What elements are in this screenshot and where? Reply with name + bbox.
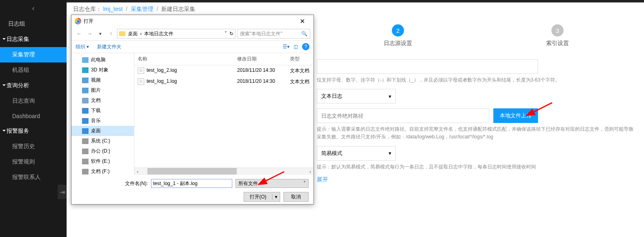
- tree-item[interactable]: 文档 (F:): [71, 166, 134, 175]
- sidebar-item-loggroup[interactable]: 日志组: [0, 16, 67, 32]
- sidebar-item-alert-history[interactable]: 报警历史: [0, 139, 67, 154]
- dialog-toolbar: 组织 ▾ 新建文件夹 ☰▾ ◫ ?: [71, 40, 313, 53]
- address-dropdown-icon[interactable]: ˅: [225, 31, 227, 37]
- tree-item[interactable]: 图片: [71, 85, 134, 95]
- file-row[interactable]: test_log_2.log2018/11/20 14:30文本文档: [134, 65, 313, 76]
- caret-down-icon: ˅: [303, 181, 306, 186]
- tree-item-label: 视频: [91, 77, 101, 84]
- topbar: [67, 0, 644, 2]
- sidebar-item-collect-manage[interactable]: 采集管理: [0, 47, 67, 62]
- caret-down-icon: ▾: [389, 150, 391, 156]
- file-icon: [138, 67, 144, 74]
- breadcrumb-mid-link[interactable]: 采集管理: [131, 6, 153, 12]
- sidebar-item-alert-contact[interactable]: 报警联系人: [0, 170, 67, 185]
- file-list: 名称 修改日期 类型 test_log_2.log2018/11/20 14:3…: [134, 53, 313, 175]
- dialog-navbar: ← → ▾ ↑ 桌面 › 本地日志文件 ˅ ↻ 搜索"本地日志文件" 🔍: [71, 27, 313, 40]
- tree-item[interactable]: 系统 (C:): [71, 136, 134, 146]
- sidebar-expand-handle[interactable]: ⇥: [58, 185, 67, 199]
- file-name: test_log_1.log: [147, 78, 177, 84]
- preview-pane-button[interactable]: ◫: [294, 44, 298, 50]
- help-icon[interactable]: ?: [302, 43, 309, 50]
- scroll-left-icon[interactable]: ‹: [134, 168, 141, 175]
- tree-item[interactable]: 下载: [71, 106, 134, 116]
- refresh-button[interactable]: ↻: [229, 31, 233, 37]
- file-date: 2018/11/20 14:30: [234, 78, 287, 86]
- dialog-close-button[interactable]: ✕: [294, 17, 310, 25]
- folder-icon: [82, 98, 89, 103]
- tree-item[interactable]: 软件 (E:): [71, 156, 134, 166]
- log-path-input[interactable]: [317, 108, 489, 123]
- folder-icon: [82, 169, 89, 175]
- tree-item[interactable]: 此电脑: [71, 55, 134, 65]
- file-type-filter[interactable]: 所有文件 ˅: [236, 179, 309, 188]
- name-input[interactable]: [317, 59, 538, 74]
- address-seg-1[interactable]: 桌面: [128, 30, 138, 37]
- file-name: test_log_2.log: [147, 67, 177, 73]
- tree-item[interactable]: 文档: [71, 95, 134, 106]
- tree-item[interactable]: 办公 (D:): [71, 146, 134, 156]
- local-upload-button[interactable]: 本地文件上传: [493, 108, 538, 123]
- step-3[interactable]: 3 索引设置: [546, 24, 569, 47]
- log-type-select[interactable]: 文本日志 ▾: [317, 89, 396, 103]
- tree-item[interactable]: 桌面: [71, 126, 134, 136]
- scroll-right-icon[interactable]: ›: [307, 168, 313, 175]
- horizontal-scrollbar[interactable]: ‹ ›: [134, 168, 313, 175]
- breadcrumb-sep: /: [126, 6, 128, 12]
- nav-up-button[interactable]: ↑: [106, 29, 115, 38]
- folder-icon: [82, 118, 89, 124]
- scroll-thumb[interactable]: [147, 168, 237, 175]
- nav-back-button[interactable]: ←: [75, 29, 84, 38]
- mode-select[interactable]: 简易模式 ▾: [317, 146, 396, 161]
- tree-item[interactable]: 音乐: [71, 116, 134, 126]
- breadcrumb-prefix: 日志仓库：: [73, 6, 102, 12]
- path-helper: 提示：输入需要采集的日志文件绝对路径。目前支持完整文件名，也支持通配符模式匹配，…: [317, 125, 636, 141]
- sidebar-item-machine-group[interactable]: 机器组: [0, 62, 67, 78]
- nav-recent-button[interactable]: ▾: [96, 29, 105, 38]
- step-2[interactable]: 2 日志源设置: [384, 24, 412, 47]
- col-date[interactable]: 修改日期: [234, 53, 287, 65]
- tree-item[interactable]: 3D 对象: [71, 65, 134, 75]
- folder-tree: 此电脑3D 对象视频图片文档下载音乐桌面系统 (C:)办公 (D:)软件 (E:…: [71, 53, 134, 175]
- breadcrumb-repo-link[interactable]: lmj_test: [103, 6, 123, 12]
- col-name[interactable]: 名称: [134, 53, 234, 65]
- file-open-dialog: 打开 ✕ ← → ▾ ↑ 桌面 › 本地日志文件 ˅ ↻ 搜索"本地日志文件" …: [71, 15, 314, 205]
- log-type-value: 文本日志: [321, 93, 342, 100]
- address-seg-2[interactable]: 本地日志文件: [144, 30, 173, 37]
- address-bar[interactable]: 桌面 › 本地日志文件 ˅ ↻: [117, 29, 236, 39]
- tree-item-label: 桌面: [91, 127, 101, 134]
- step-2-label: 日志源设置: [384, 40, 412, 47]
- cancel-button[interactable]: 取消: [283, 192, 309, 202]
- sidebar-group-query[interactable]: 查询分析: [0, 78, 67, 93]
- wizard-steps: 2 日志源设置 3 索引设置: [317, 24, 636, 47]
- dialog-footer: 文件名(N): 所有文件 ˅ 打开(O) ▾ 取消: [71, 175, 313, 206]
- filename-label: 文件名(N):: [125, 180, 148, 187]
- chrome-icon: [75, 18, 81, 24]
- open-dropdown-icon[interactable]: ▾: [272, 194, 280, 200]
- tree-item-label: 系统 (C:): [91, 138, 110, 144]
- sidebar-item-dashboard[interactable]: Dashboard: [0, 109, 67, 123]
- sidebar-group-alert[interactable]: 报警服务: [0, 123, 67, 139]
- sidebar-item-alert-rule[interactable]: 报警规则: [0, 154, 67, 170]
- sidebar: ‹ 日志组 日志采集 采集管理 机器组 查询分析 日志查询 Dashboard …: [0, 0, 67, 237]
- dialog-title: 打开: [84, 18, 93, 25]
- filename-input[interactable]: [151, 179, 232, 188]
- folder-icon: [119, 31, 125, 36]
- sidebar-group-collect[interactable]: 日志采集: [0, 32, 67, 47]
- new-folder-button[interactable]: 新建文件夹: [97, 43, 121, 50]
- file-list-header: 名称 修改日期 类型: [134, 53, 313, 65]
- expand-link[interactable]: 展开: [317, 176, 328, 183]
- tree-item[interactable]: 视频: [71, 75, 134, 85]
- open-button[interactable]: 打开(O) ▾: [244, 192, 280, 202]
- folder-icon: [82, 159, 89, 164]
- sidebar-collapse-icon[interactable]: ‹: [0, 0, 67, 16]
- dialog-search-input[interactable]: 搜索"本地日志文件" 🔍: [237, 29, 310, 39]
- col-type[interactable]: 类型: [287, 53, 313, 65]
- nav-forward-button[interactable]: →: [85, 29, 94, 38]
- sidebar-item-log-query[interactable]: 日志查询: [0, 93, 67, 109]
- caret-down-icon: ▾: [389, 93, 391, 99]
- folder-icon: [82, 128, 89, 134]
- organize-button[interactable]: 组织 ▾: [76, 43, 89, 50]
- chevron-right-icon: ›: [140, 31, 142, 37]
- view-mode-button[interactable]: ☰▾: [283, 44, 290, 50]
- file-row[interactable]: test_log_1.log2018/11/20 14:30文本文档: [134, 76, 313, 87]
